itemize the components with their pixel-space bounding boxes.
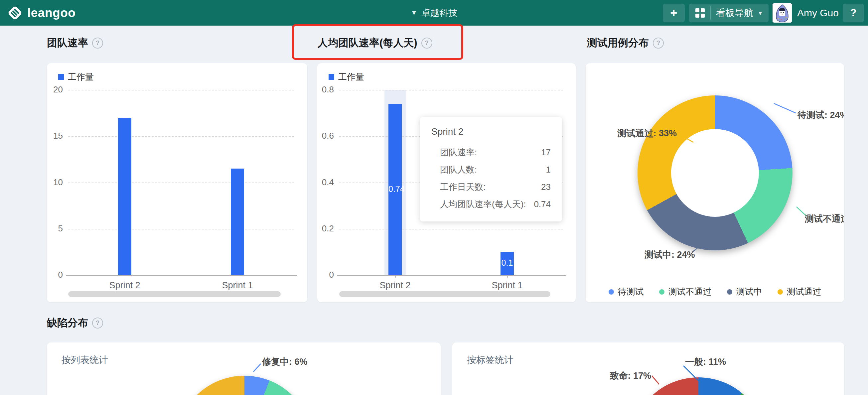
y-axis-tick-label: 20 — [47, 85, 63, 95]
divider — [710, 6, 711, 20]
y-axis-tick-label: 15 — [47, 131, 63, 141]
x-axis-category-label: Sprint 2 — [362, 280, 428, 291]
board-selector-label: 卓越科技 — [421, 7, 457, 19]
legend-label: 工作量 — [68, 71, 94, 83]
title-text: 测试用例分布 — [587, 36, 649, 50]
defect-distribution-title: 缺陷分布 ? — [47, 316, 103, 330]
help-circle-icon[interactable]: ? — [92, 318, 103, 329]
slice-callout: 待测试: 24% — [798, 109, 844, 121]
team-velocity-title: 团队速率 ? — [47, 36, 103, 50]
chart-legend[interactable]: 工作量 — [329, 71, 364, 83]
legend-item[interactable]: 待测试 — [609, 286, 644, 298]
dashboard-page: leangoo ▼ 卓越科技 + 看板导航 ▾ — [0, 0, 868, 395]
tooltip-row-label: 团队速率: — [440, 144, 477, 161]
defects-by-list-pie[interactable] — [176, 376, 313, 395]
team-velocity-card: 工作量 05101520Sprint 2Sprint 1 — [47, 63, 307, 302]
tooltip-row-value: 23 — [541, 178, 551, 196]
bar-value-label: 0.74 — [389, 184, 402, 194]
slice-callout: 一般: 11% — [685, 356, 726, 368]
legend-dot — [609, 289, 614, 295]
team-velocity-chart[interactable]: 05101520Sprint 2Sprint 1 — [68, 90, 294, 275]
legend-label: 测试中 — [736, 286, 762, 298]
chart-tooltip: Sprint 2 团队速率:17 团队人数:1 工作日天数:23 人均团队速率(… — [420, 117, 562, 222]
top-navbar: leangoo ▼ 卓越科技 + 看板导航 ▾ — [0, 0, 868, 26]
legend-label: 测试通过 — [787, 286, 822, 298]
gridline — [339, 229, 563, 229]
test-case-distribution-card: 待测试: 24% 测试通过: 33% 测试中: 24% 测试不通过: 19% 待… — [586, 63, 844, 302]
test-case-distribution-title: 测试用例分布 ? — [587, 36, 664, 50]
y-axis-tick-label: 0.4 — [317, 177, 334, 188]
x-axis-tick — [507, 275, 508, 277]
legend-item[interactable]: 测试中 — [727, 286, 762, 298]
slice-callout: 致命: 17% — [565, 370, 651, 382]
legend-item[interactable]: 测试通过 — [778, 286, 822, 298]
tooltip-row-value: 0.74 — [534, 196, 551, 213]
per-capita-velocity-card: 工作量 00.20.40.60.80.74Sprint 20.1Sprint 1… — [317, 63, 576, 302]
slice-callout: 测试不通过: 19% — [805, 213, 844, 225]
legend-item[interactable]: 测试不通过 — [659, 286, 712, 298]
x-axis-category-label: Sprint 2 — [91, 280, 158, 291]
plus-icon: + — [670, 6, 677, 20]
legend-dot — [778, 289, 783, 295]
boards-nav-button[interactable]: 看板导航 ▾ — [689, 4, 769, 22]
tooltip-row-value: 17 — [541, 144, 551, 161]
boards-nav-label: 看板导航 — [716, 7, 753, 19]
x-axis-category-label: Sprint 1 — [204, 280, 271, 291]
chart-scrollbar[interactable] — [68, 291, 281, 297]
y-axis-tick-label: 0 — [47, 270, 63, 280]
chart-scrollbar[interactable] — [339, 291, 550, 297]
x-axis-line — [337, 275, 566, 276]
title-text: 缺陷分布 — [47, 316, 88, 330]
y-axis-tick-label: 0.6 — [317, 131, 334, 141]
help-circle-icon[interactable]: ? — [653, 38, 664, 48]
legend-swatch — [58, 74, 64, 80]
tooltip-row-value: 1 — [546, 161, 551, 178]
user-menu[interactable]: Amy Guo — [773, 3, 839, 23]
question-icon: ? — [850, 7, 857, 19]
donut-hole — [671, 129, 759, 217]
tooltip-title: Sprint 2 — [431, 126, 551, 137]
defects-by-tag-card: 按标签统计 致命: 17% 一般: 11% — [452, 342, 844, 395]
y-axis-tick-label: 0.8 — [317, 85, 334, 95]
bar-value-label: 0.1 — [500, 258, 514, 268]
x-axis-tick — [395, 275, 396, 277]
bar-sprint-2[interactable] — [118, 118, 131, 275]
y-axis-tick-label: 5 — [47, 224, 63, 234]
card-subtitle: 按标签统计 — [467, 354, 514, 366]
avatar — [773, 3, 792, 23]
defects-by-list-card: 按列表统计 修复中: 6% — [47, 342, 441, 395]
slice-callout: 测试中: 24% — [645, 249, 695, 261]
red-highlight-box — [292, 24, 463, 60]
legend-label: 待测试 — [618, 286, 644, 298]
legend-dot — [727, 289, 732, 295]
chevron-down-icon: ▼ — [411, 9, 417, 17]
user-name: Amy Guo — [797, 7, 839, 19]
x-axis-category-label: Sprint 1 — [474, 280, 540, 291]
legend-swatch — [329, 74, 334, 80]
slice-callout: 修复中: 6% — [262, 356, 308, 368]
gridline — [68, 229, 294, 229]
gridline — [68, 90, 294, 91]
tooltip-row-label: 人均团队速率(每人天): — [440, 196, 526, 213]
y-axis-tick-label: 0 — [317, 270, 334, 280]
legend-label: 测试不通过 — [669, 286, 712, 298]
chart-legend[interactable]: 工作量 — [58, 71, 94, 83]
label-leader-lines — [452, 342, 844, 395]
help-circle-icon[interactable]: ? — [92, 38, 103, 48]
add-board-button[interactable]: + — [663, 4, 685, 22]
chevron-down-icon: ▾ — [758, 9, 762, 17]
tooltip-row-label: 工作日天数: — [440, 178, 486, 196]
gridline — [339, 90, 563, 91]
help-button[interactable]: ? — [843, 4, 864, 22]
gridline — [68, 183, 294, 183]
slice-callout: 测试通过: 33% — [594, 127, 677, 139]
x-axis-line — [66, 275, 297, 276]
title-text: 团队速率 — [47, 36, 88, 50]
gridline — [68, 136, 294, 137]
grid-icon — [695, 8, 705, 18]
donut-legend: 待测试 测试不通过 测试中 测试通过 — [586, 286, 844, 298]
legend-label: 工作量 — [338, 71, 364, 83]
tooltip-row-label: 团队人数: — [440, 161, 477, 178]
bar-sprint-1[interactable] — [231, 169, 244, 275]
card-subtitle: 按列表统计 — [62, 354, 108, 366]
